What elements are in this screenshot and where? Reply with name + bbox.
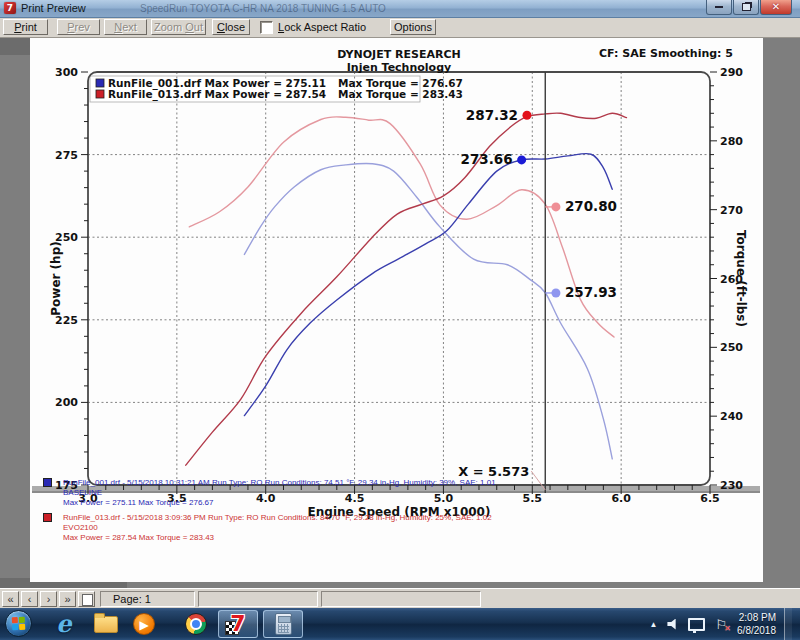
- legend-torque-label: Max Torque = 283.43: [338, 88, 463, 100]
- svg-text:275: 275: [55, 149, 78, 162]
- marker-dot: [551, 288, 560, 297]
- lock-aspect-ratio-checkbox[interactable]: [260, 21, 273, 34]
- restore-button[interactable]: [733, 0, 759, 15]
- y-right-axis-title: Torque (ft-lbs): [734, 230, 748, 327]
- action-center-flag-icon[interactable]: ⚐✕: [715, 618, 727, 631]
- preview-area: 3.03.54.04.55.05.56.06.51752002252502753…: [0, 38, 800, 588]
- y-left-axis-title: Power (hp): [49, 241, 63, 315]
- internet-explorer-icon[interactable]: e: [52, 612, 76, 636]
- prev-page-button[interactable]: Prev: [57, 19, 100, 35]
- tray-time: 2:08 PM: [737, 611, 776, 624]
- options-button[interactable]: Options: [390, 19, 436, 35]
- play-icon: ▶: [133, 613, 155, 635]
- marker-value-label: 257.93: [565, 284, 617, 300]
- close-icon: ✕: [772, 2, 780, 12]
- run-color-swatch: [43, 478, 52, 487]
- svg-text:290: 290: [720, 66, 743, 79]
- preview-page: 3.03.54.04.55.05.56.06.51752002252502753…: [30, 38, 763, 582]
- print-button[interactable]: Print: [3, 19, 48, 35]
- axis-ticks: 3.03.54.04.55.05.56.06.51752002252502753…: [55, 66, 743, 505]
- marker-value-label: 287.32: [466, 107, 518, 123]
- marker-dot: [522, 111, 531, 120]
- restore-icon: [742, 3, 751, 11]
- svg-text:280: 280: [720, 135, 743, 148]
- minimize-icon: [715, 6, 723, 8]
- run-label-line: BASELINE: [63, 488, 743, 498]
- windows-logo-icon: [12, 617, 26, 631]
- marker-dot: [517, 155, 526, 164]
- cursor-x-label: X = 5.573: [458, 464, 529, 479]
- svg-text:250: 250: [720, 341, 743, 354]
- title-bar: 7 Print Preview SpeedRun TOYOTA C-HR NA …: [0, 0, 800, 18]
- next-page-button[interactable]: Next: [104, 19, 147, 35]
- lock-aspect-ratio-label: Lock Aspect Ratio: [278, 21, 366, 33]
- clock[interactable]: 2:08 PM 6/8/2018: [737, 611, 776, 637]
- preview-corner-block: [0, 38, 30, 55]
- svg-text:270: 270: [720, 204, 743, 217]
- ie-e-icon: e: [56, 612, 71, 636]
- status-panel: [198, 591, 318, 607]
- hidden-icons-arrow[interactable]: ▲: [649, 620, 657, 629]
- print-preview-window: 7 Print Preview SpeedRun TOYOTA C-HR NA …: [0, 0, 800, 640]
- chart-title: DYNOJET RESEARCH: [337, 48, 460, 61]
- run-info-line: RunFile_013.drf - 5/15/2018 3:09:36 PM R…: [63, 513, 743, 523]
- prev-page-nav-button[interactable]: ‹: [21, 591, 38, 607]
- run-info-line: RunFile_001.drf - 5/15/2018 10:31:21 AM …: [63, 478, 743, 488]
- chrome-logo-icon: [185, 613, 207, 635]
- first-page-button[interactable]: «: [2, 591, 19, 607]
- svg-text:240: 240: [720, 410, 743, 423]
- run-max-line: Max Power = 275.11 Max Torque = 276.67: [63, 498, 743, 508]
- dyno-curves: [186, 113, 627, 465]
- winpep-7-icon: 7: [230, 613, 245, 635]
- correction-factor-label: CF: SAE Smoothing: 5: [599, 47, 733, 60]
- start-button[interactable]: [5, 610, 32, 637]
- page-number-panel: Page: 1: [100, 591, 195, 607]
- marker-value-label: 270.80: [565, 198, 617, 214]
- windows-explorer-icon[interactable]: [94, 612, 118, 636]
- toolbar: Print Prev Next Zoom Out Close Lock Aspe…: [0, 18, 800, 38]
- next-page-nav-button[interactable]: ›: [40, 591, 57, 607]
- zoom-out-button[interactable]: Zoom Out: [151, 19, 206, 35]
- value-markers: 287.32273.66270.80257.93: [461, 107, 618, 301]
- network-icon[interactable]: [688, 618, 705, 631]
- folder-icon: [94, 616, 118, 633]
- marker-value-label: 273.66: [461, 151, 513, 167]
- close-window-button[interactable]: ✕: [760, 0, 792, 15]
- page-number-label: Page: 1: [101, 592, 194, 606]
- legend-run-label: RunFile_013.drf Max Power = 287.54: [108, 88, 326, 101]
- curve-runfile_013-torque: [189, 117, 614, 337]
- tray-date: 6/8/2018: [737, 624, 776, 637]
- marker-dot: [551, 202, 560, 211]
- close-preview-button[interactable]: Close: [212, 19, 250, 35]
- last-page-button[interactable]: »: [59, 591, 76, 607]
- legend: RunFile_001.drf Max Power = 275.11Max To…: [96, 77, 463, 101]
- legend-swatch: [96, 79, 104, 87]
- calculator-app-button[interactable]: [263, 610, 303, 638]
- speaker-icon[interactable]: [667, 619, 678, 630]
- page-icon-button[interactable]: [78, 591, 95, 607]
- taskbar: e ▶ 7 ▲ ⚐✕ 2:08 PM 6/8/2018: [0, 608, 800, 640]
- run-annotation-evo2100: RunFile_013.drf - 5/15/2018 3:09:36 PM R…: [43, 513, 743, 543]
- status-panel: [321, 591, 481, 607]
- winpep-app-button[interactable]: 7: [218, 610, 258, 638]
- show-desktop-button[interactable]: [784, 608, 792, 640]
- app-icon: 7: [4, 2, 16, 14]
- minimize-button[interactable]: [706, 0, 732, 15]
- page-icon: [82, 594, 93, 606]
- status-bar: « ‹ › » Page: 1: [0, 588, 800, 609]
- run-color-swatch: [43, 513, 52, 522]
- background-window-title: SpeedRun TOYOTA C-HR NA 2018 TUNING 1.5 …: [140, 3, 386, 14]
- chrome-icon[interactable]: [184, 612, 208, 636]
- run-annotation-baseline: RunFile_001.drf - 5/15/2018 10:31:21 AM …: [43, 478, 743, 508]
- legend-swatch: [96, 90, 104, 98]
- curve-runfile_013-power: [186, 113, 627, 465]
- chart-headers: DYNOJET RESEARCHInjen TechnologyCF: SAE …: [49, 47, 748, 519]
- svg-text:200: 200: [55, 396, 78, 409]
- alert-x-icon: ✕: [724, 625, 731, 633]
- calculator-icon: [275, 613, 292, 635]
- svg-text:300: 300: [55, 66, 78, 79]
- run-max-line: Max Power = 287.54 Max Torque = 283.43: [63, 533, 743, 543]
- media-player-icon[interactable]: ▶: [132, 612, 156, 636]
- curve-runfile_001-power: [244, 154, 612, 416]
- run-label-line: EVO2100: [63, 523, 743, 533]
